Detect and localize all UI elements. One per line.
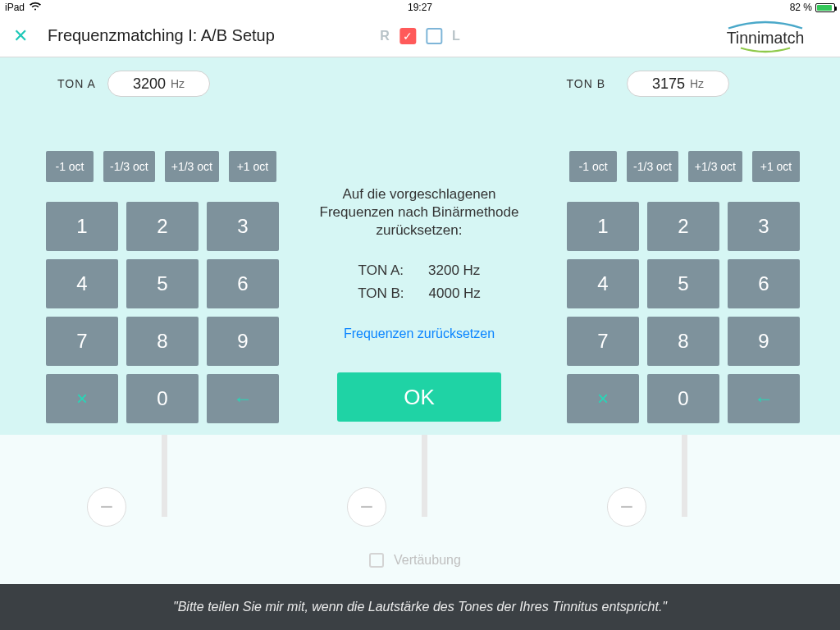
device-name: iPad [5, 2, 25, 13]
tone-a-unit: Hz [171, 77, 185, 90]
oct-b-plus13[interactable]: +1/3 oct [688, 151, 742, 182]
tinnimatch-logo-icon: Tinnimatch [704, 20, 827, 54]
oct-a-plus1[interactable]: +1 oct [229, 151, 276, 182]
battery-icon [815, 3, 835, 12]
tone-b-unit: Hz [690, 77, 704, 90]
key-a-clear[interactable]: × [46, 374, 118, 423]
oct-a-plus13[interactable]: +1/3 oct [165, 151, 219, 182]
svg-text:Tinnimatch: Tinnimatch [727, 29, 805, 47]
reset-panel: Auf die vorgeschlagenen Frequenzen nach … [308, 185, 531, 341]
key-b-5[interactable]: 5 [647, 259, 719, 308]
instruction-text: "Bitte teilen Sie mir mit, wenn die Laut… [173, 600, 667, 614]
label-l: L [452, 29, 460, 43]
instruction-footer: "Bitte teilen Sie mir mit, wenn die Laut… [0, 584, 840, 630]
oct-b-minus13[interactable]: -1/3 oct [627, 151, 678, 182]
tone-b-value: 3175 [652, 75, 685, 93]
minus-button-mask[interactable]: − [347, 487, 386, 527]
reset-ton-a-label: TON A: [358, 262, 404, 279]
key-b-2[interactable]: 2 [647, 202, 719, 251]
label-r: R [380, 29, 390, 43]
reset-ton-b-label: TON B: [358, 285, 404, 302]
key-b-clear[interactable]: × [567, 374, 639, 423]
oct-b-minus1[interactable]: -1 oct [569, 151, 617, 182]
status-bar: iPad 19:27 82 % [0, 0, 840, 15]
lower-dimmed: − − − Vertäubung [0, 435, 840, 584]
key-a-8[interactable]: 8 [126, 317, 199, 366]
close-icon[interactable]: ✕ [13, 25, 28, 47]
vertaubung-checkbox[interactable] [369, 553, 384, 568]
key-a-3[interactable]: 3 [207, 202, 279, 251]
key-b-4[interactable]: 4 [567, 259, 639, 308]
key-b-6[interactable]: 6 [728, 259, 800, 308]
key-b-1[interactable]: 1 [567, 202, 639, 251]
wifi-icon [30, 2, 41, 13]
key-a-4[interactable]: 4 [46, 259, 118, 308]
key-a-9[interactable]: 9 [207, 317, 279, 366]
key-b-3[interactable]: 3 [728, 202, 800, 251]
key-b-backspace[interactable]: ← [728, 374, 800, 423]
key-a-1[interactable]: 1 [46, 202, 118, 251]
volume-slider-track-mask [422, 435, 427, 517]
key-a-backspace[interactable]: ← [207, 374, 279, 423]
oct-b-plus1[interactable]: +1 oct [752, 151, 800, 182]
tone-a-label: TON A [57, 77, 96, 90]
keypad-b: 1 2 3 4 5 6 7 8 9 × 0 ← [567, 202, 800, 423]
key-b-8[interactable]: 8 [647, 317, 719, 366]
checkbox-right-ear[interactable]: ✓ [399, 28, 416, 44]
reset-ton-b-value: 4000 Hz [429, 285, 481, 302]
key-a-2[interactable]: 2 [126, 202, 199, 251]
clock: 19:27 [408, 2, 432, 13]
app-header: ✕ Frequenzmatching I: A/B Setup R ✓ L Ti… [0, 15, 840, 57]
key-b-7[interactable]: 7 [567, 317, 639, 366]
key-a-5[interactable]: 5 [126, 259, 199, 308]
minus-button-a[interactable]: − [87, 487, 126, 527]
oct-row-a: -1 oct -1/3 oct +1/3 oct +1 oct [46, 151, 276, 182]
key-b-9[interactable]: 9 [728, 317, 800, 366]
reset-frequencies-link[interactable]: Frequenzen zurücksetzen [308, 326, 531, 341]
vertaubung-row: Vertäubung [369, 553, 461, 568]
volume-slider-track-b [682, 435, 687, 517]
brand-logo: Tinnimatch [704, 20, 827, 57]
minus-button-b[interactable]: − [607, 487, 646, 527]
oct-a-minus13[interactable]: -1/3 oct [103, 151, 155, 182]
tone-a-value: 3200 [133, 75, 166, 93]
keypad-a: 1 2 3 4 5 6 7 8 9 × 0 ← [46, 202, 279, 423]
tone-b-label: TON B [566, 77, 605, 90]
key-b-0[interactable]: 0 [647, 374, 719, 423]
checkbox-left-ear[interactable] [426, 28, 442, 44]
key-a-7[interactable]: 7 [46, 317, 118, 366]
tone-b-display[interactable]: 3175 Hz [627, 71, 729, 97]
ok-button[interactable]: OK [337, 372, 501, 422]
page-title: Frequenzmatching I: A/B Setup [48, 26, 275, 45]
battery-percent: 82 % [790, 2, 812, 13]
volume-slider-track-a [162, 435, 167, 517]
tone-a-display[interactable]: 3200 Hz [107, 71, 210, 97]
vertaubung-label: Vertäubung [394, 553, 461, 568]
ear-select: R ✓ L [380, 28, 459, 44]
oct-row-b: -1 oct -1/3 oct +1/3 oct +1 oct [569, 151, 800, 182]
reset-message: Auf die vorgeschlagenen Frequenzen nach … [308, 185, 531, 240]
key-a-0[interactable]: 0 [126, 374, 199, 423]
oct-a-minus1[interactable]: -1 oct [46, 151, 94, 182]
key-a-6[interactable]: 6 [207, 259, 279, 308]
reset-ton-a-value: 3200 Hz [428, 262, 480, 279]
